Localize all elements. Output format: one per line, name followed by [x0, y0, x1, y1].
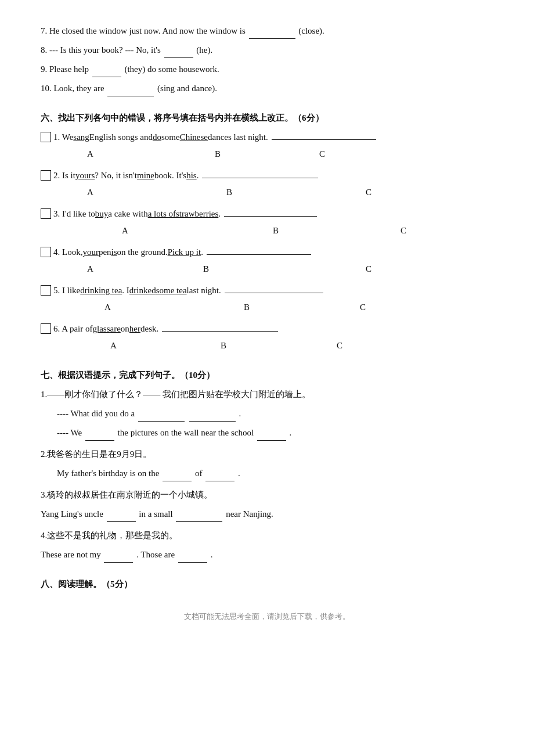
- err4-answer[interactable]: [207, 254, 311, 255]
- err2-end: .: [197, 168, 199, 183]
- err3-abc: A B C: [87, 223, 493, 239]
- error-item-2: 2. Is it yours ? No, it isn't mine book.…: [41, 168, 493, 200]
- err2-c: his: [186, 168, 197, 183]
- q7-num: 7. He closed the window just now. And no…: [41, 26, 246, 35]
- err5-label-a: A: [104, 300, 186, 315]
- trans-item-4: 4.这些不是我的礼物，那些是我的。 These are not my . Tho…: [41, 528, 493, 563]
- err6-a: glass: [93, 321, 110, 337]
- footer-text: 文档可能无法思考全面，请浏览后下载，供参考。: [41, 610, 493, 623]
- trans3-blank1[interactable]: [107, 521, 136, 522]
- err4-label-a: A: [87, 261, 168, 277]
- trans-item-2: 2.我爸爸的生日是在9月9日。 My father's birthday is …: [41, 447, 493, 481]
- trans1-blank1[interactable]: [138, 421, 185, 422]
- err1-c: Chinese: [180, 129, 208, 145]
- question-7: 7. He closed the window just now. And no…: [41, 23, 493, 39]
- err5-b: drinked: [129, 283, 156, 298]
- err5-c: some tea: [156, 283, 187, 298]
- err4-label-c: C: [366, 261, 447, 277]
- error-line-5: 5. I like drinking tea . I drinked some …: [41, 283, 493, 298]
- paren-1[interactable]: [41, 132, 51, 142]
- q8-hint: (he).: [196, 45, 212, 55]
- q10-hint: (sing and dance).: [157, 84, 217, 93]
- section-6-title: 六、找出下列各句中的错误，将序号填在括号内并在横线上改正。（6分）: [41, 110, 493, 126]
- section-7-title: 七、根据汉语提示，完成下列句子。（10分）: [41, 368, 493, 383]
- err3-label-c: C: [400, 223, 482, 239]
- question-9: 9. Please help (they) do some housework.: [41, 62, 493, 77]
- trans3-chinese: 3.杨玲的叔叔居住在南京附近的一个小城镇。: [41, 487, 493, 503]
- trans1-blank3[interactable]: [85, 440, 114, 441]
- error-item-5: 5. I like drinking tea . I drinked some …: [41, 283, 493, 315]
- err3-end: .: [218, 206, 221, 222]
- paren-3[interactable]: [41, 208, 51, 219]
- error-item-4: 4. Look, your pen is on the ground. Pick…: [41, 244, 493, 277]
- error-line-4: 4. Look, your pen is on the ground. Pick…: [41, 244, 493, 260]
- err1-b: do: [153, 129, 161, 145]
- trans2-blank1[interactable]: [163, 481, 192, 481]
- paren-5[interactable]: [41, 285, 51, 296]
- question-10: 10. Look, they are (sing and dance).: [41, 81, 493, 96]
- err3-b: a lots of: [148, 206, 176, 222]
- error-correction-section: 六、找出下列各句中的错误，将序号填在括号内并在横线上改正。（6分） 1. We …: [41, 110, 493, 354]
- error-line-2: 2. Is it yours ? No, it isn't mine book.…: [41, 168, 493, 183]
- trans1-blank4[interactable]: [257, 440, 286, 441]
- err2-label-c: C: [366, 185, 447, 200]
- err4-mid1: pen: [99, 244, 111, 260]
- trans3-blank2[interactable]: [176, 521, 222, 522]
- err1-label-a: A: [87, 146, 168, 162]
- err6-answer[interactable]: [162, 331, 278, 332]
- err1-abc: A B C: [87, 146, 493, 162]
- q9-blank[interactable]: [92, 77, 121, 77]
- trans3-english: Yang Ling's uncle in a small near Nanjin…: [41, 506, 493, 522]
- err6-label-c: C: [337, 338, 418, 354]
- error-item-1: 1. We sang English songs and do some Chi…: [41, 129, 493, 162]
- err1-label-c: C: [319, 146, 400, 162]
- q7-hint: (close).: [298, 26, 324, 35]
- error-item-3: 3. I'd like to buy a cake with a lots of…: [41, 206, 493, 239]
- paren-6[interactable]: [41, 323, 51, 334]
- trans1-chinese: 1.——刚才你们做了什么？—— 我们把图片贴在学校大门附近的墙上。: [41, 387, 493, 402]
- err2-b: mine: [137, 168, 154, 183]
- fill-blanks-section: 7. He closed the window just now. And no…: [41, 23, 493, 96]
- err2-label-a: A: [87, 185, 168, 200]
- err3-answer[interactable]: [224, 216, 317, 217]
- trans2-english: My father's birthday is on the of .: [57, 466, 493, 481]
- question-8: 8. --- Is this your book? --- No, it's (…: [41, 42, 493, 58]
- err5-answer[interactable]: [225, 293, 323, 293]
- q8-blank[interactable]: [164, 57, 193, 58]
- trans2-blank2[interactable]: [205, 481, 234, 481]
- err1-a: sang: [73, 129, 89, 145]
- err6-mid2: on: [121, 321, 129, 337]
- err1-label-b: B: [215, 146, 296, 162]
- trans4-chinese: 4.这些不是我的礼物，那些是我的。: [41, 528, 493, 543]
- err4-a: your: [82, 244, 99, 260]
- err1-answer[interactable]: [272, 139, 376, 140]
- err3-mid1: a cake with: [108, 206, 147, 222]
- trans1-blank2[interactable]: [189, 421, 236, 422]
- trans4-blank2[interactable]: [178, 562, 207, 563]
- err2-label-b: B: [226, 185, 308, 200]
- paren-4[interactable]: [41, 247, 51, 257]
- err3-label-b: B: [273, 223, 354, 239]
- q7-blank[interactable]: [249, 38, 295, 39]
- trans-item-1: 1.——刚才你们做了什么？—— 我们把图片贴在学校大门附近的墙上。 ---- W…: [41, 387, 493, 441]
- err2-num: 2. Is it: [53, 168, 75, 183]
- q10-blank[interactable]: [107, 96, 154, 96]
- paren-2[interactable]: [41, 170, 51, 181]
- err5-num: 5. I like: [53, 283, 80, 298]
- q10-text: 10. Look, they are: [41, 84, 104, 93]
- trans4-blank1[interactable]: [104, 562, 133, 563]
- err6-c: her: [129, 321, 140, 337]
- err2-mid2: book. It's: [154, 168, 186, 183]
- err6-end: desk.: [140, 321, 158, 337]
- err4-mid2: on the ground.: [117, 244, 168, 260]
- q8-text: 8. --- Is this your book? --- No, it's: [41, 45, 161, 55]
- trans4-english: These are not my . Those are .: [41, 547, 493, 563]
- err4-c: Pick up it: [168, 244, 201, 260]
- error-line-6: 6. A pair of glass are on her desk.: [41, 321, 493, 337]
- trans1-english2: ---- We the pictures on the wall near th…: [57, 425, 493, 441]
- err6-num: 6. A pair of: [53, 321, 93, 337]
- err2-answer[interactable]: [202, 178, 318, 178]
- err6-label-a: A: [110, 338, 192, 354]
- reading-section: 八、阅读理解。（5分）: [41, 577, 493, 592]
- err6-abc: A B C: [87, 338, 493, 354]
